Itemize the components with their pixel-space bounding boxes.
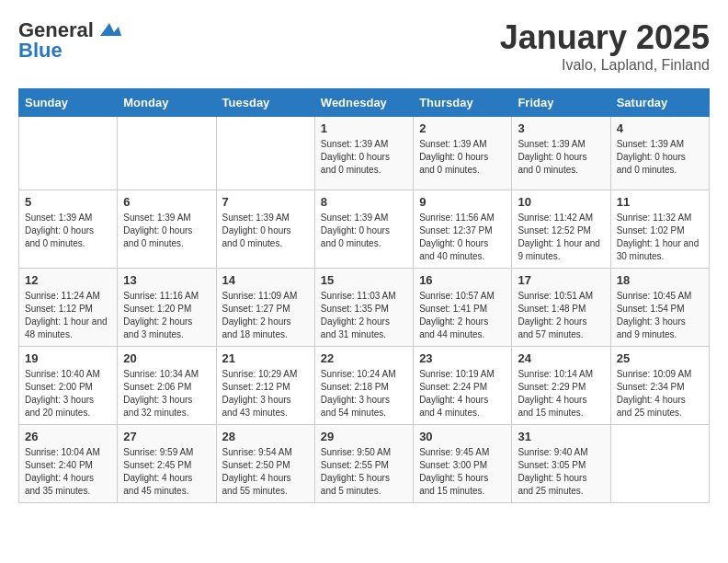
calendar-cell: 21Sunrise: 10:29 AM Sunset: 2:12 PM Dayl…	[216, 347, 314, 425]
calendar-cell	[118, 117, 216, 190]
day-info: Sunrise: 10:14 AM Sunset: 2:29 PM Daylig…	[518, 368, 604, 419]
calendar-cell: 5Sunset: 1:39 AM Daylight: 0 hours and 0…	[19, 190, 118, 269]
day-info: Sunrise: 11:42 AM Sunset: 12:52 PM Dayli…	[518, 212, 604, 263]
calendar-cell: 9Sunrise: 11:56 AM Sunset: 12:37 PM Dayl…	[414, 190, 512, 269]
calendar-week-2: 5Sunset: 1:39 AM Daylight: 0 hours and 0…	[19, 190, 710, 269]
weekday-header-saturday: Saturday	[610, 89, 709, 117]
calendar-cell: 24Sunrise: 10:14 AM Sunset: 2:29 PM Dayl…	[512, 347, 610, 425]
page-header: General Blue January 2025 Ivalo, Lapland…	[18, 18, 710, 74]
day-number: 20	[123, 351, 210, 365]
day-info: Sunrise: 9:45 AM Sunset: 3:00 PM Dayligh…	[419, 446, 506, 498]
day-number: 31	[518, 430, 604, 443]
calendar-table: SundayMondayTuesdayWednesdayThursdayFrid…	[18, 88, 710, 503]
calendar-cell: 10Sunrise: 11:42 AM Sunset: 12:52 PM Day…	[512, 190, 610, 269]
day-number: 18	[617, 273, 703, 287]
calendar-cell: 17Sunrise: 10:51 AM Sunset: 1:48 PM Dayl…	[512, 269, 610, 347]
day-number: 13	[123, 273, 210, 287]
day-info: Sunrise: 10:45 AM Sunset: 1:54 PM Daylig…	[617, 290, 703, 341]
day-info: Sunrise: 11:16 AM Sunset: 1:20 PM Daylig…	[123, 290, 210, 341]
day-info: Sunrise: 11:09 AM Sunset: 1:27 PM Daylig…	[222, 290, 309, 341]
day-info: Sunset: 1:39 AM Daylight: 0 hours and 0 …	[617, 138, 703, 177]
calendar-cell: 19Sunrise: 10:40 AM Sunset: 2:00 PM Dayl…	[19, 347, 118, 425]
day-number: 15	[321, 273, 407, 287]
day-info: Sunrise: 9:50 AM Sunset: 2:55 PM Dayligh…	[321, 446, 407, 498]
calendar-cell: 6Sunset: 1:39 AM Daylight: 0 hours and 0…	[118, 190, 216, 269]
day-number: 4	[617, 121, 703, 135]
day-number: 19	[25, 351, 111, 365]
weekday-header-sunday: Sunday	[19, 89, 118, 117]
calendar-cell: 11Sunrise: 11:32 AM Sunset: 1:02 PM Dayl…	[610, 190, 709, 269]
calendar-cell: 31Sunrise: 9:40 AM Sunset: 3:05 PM Dayli…	[512, 425, 610, 503]
weekday-header-tuesday: Tuesday	[216, 89, 314, 117]
day-info: Sunrise: 10:57 AM Sunset: 1:41 PM Daylig…	[419, 290, 506, 341]
day-number: 26	[25, 430, 111, 443]
day-number: 24	[518, 351, 604, 365]
day-info: Sunset: 1:39 AM Daylight: 0 hours and 0 …	[518, 138, 604, 177]
day-info: Sunrise: 10:19 AM Sunset: 2:24 PM Daylig…	[419, 368, 506, 419]
day-info: Sunrise: 10:29 AM Sunset: 2:12 PM Daylig…	[222, 368, 309, 419]
calendar-cell: 4Sunset: 1:39 AM Daylight: 0 hours and 0…	[610, 117, 709, 190]
calendar-cell: 28Sunrise: 9:54 AM Sunset: 2:50 PM Dayli…	[216, 425, 314, 503]
day-number: 8	[321, 195, 407, 209]
day-info: Sunrise: 10:40 AM Sunset: 2:00 PM Daylig…	[25, 368, 111, 419]
day-info: Sunrise: 9:59 AM Sunset: 2:45 PM Dayligh…	[123, 446, 210, 498]
calendar-cell: 8Sunset: 1:39 AM Daylight: 0 hours and 0…	[314, 190, 413, 269]
day-info: Sunset: 1:39 AM Daylight: 0 hours and 0 …	[25, 212, 111, 250]
calendar-cell: 12Sunrise: 11:24 AM Sunset: 1:12 PM Dayl…	[19, 269, 118, 347]
day-number: 10	[518, 195, 604, 209]
day-number: 30	[419, 430, 506, 443]
calendar-title-block: January 2025 Ivalo, Lapland, Finland	[500, 18, 710, 74]
day-number: 5	[25, 195, 111, 209]
day-number: 27	[123, 430, 210, 443]
calendar-cell	[216, 117, 314, 190]
calendar-cell: 30Sunrise: 9:45 AM Sunset: 3:00 PM Dayli…	[414, 425, 512, 503]
day-info: Sunrise: 11:56 AM Sunset: 12:37 PM Dayli…	[419, 212, 506, 263]
day-info: Sunrise: 10:09 AM Sunset: 2:34 PM Daylig…	[617, 368, 703, 419]
day-number: 7	[222, 195, 309, 209]
logo: General Blue	[18, 18, 123, 63]
calendar-cell: 3Sunset: 1:39 AM Daylight: 0 hours and 0…	[512, 117, 610, 190]
day-info: Sunset: 1:39 AM Daylight: 0 hours and 0 …	[321, 138, 407, 177]
day-number: 17	[518, 273, 604, 287]
calendar-cell: 25Sunrise: 10:09 AM Sunset: 2:34 PM Dayl…	[610, 347, 709, 425]
calendar-cell: 18Sunrise: 10:45 AM Sunset: 1:54 PM Dayl…	[610, 269, 709, 347]
weekday-header-monday: Monday	[118, 89, 216, 117]
weekday-header-wednesday: Wednesday	[314, 89, 413, 117]
calendar-cell	[610, 425, 709, 503]
day-info: Sunset: 1:39 AM Daylight: 0 hours and 0 …	[123, 212, 210, 250]
calendar-cell: 1Sunset: 1:39 AM Daylight: 0 hours and 0…	[314, 117, 413, 190]
day-number: 12	[25, 273, 111, 287]
day-info: Sunrise: 10:24 AM Sunset: 2:18 PM Daylig…	[321, 368, 407, 419]
day-info: Sunrise: 9:54 AM Sunset: 2:50 PM Dayligh…	[222, 446, 309, 498]
day-number: 29	[321, 430, 407, 443]
day-number: 16	[419, 273, 506, 287]
calendar-cell: 22Sunrise: 10:24 AM Sunset: 2:18 PM Dayl…	[314, 347, 413, 425]
weekday-header-friday: Friday	[512, 89, 610, 117]
calendar-week-3: 12Sunrise: 11:24 AM Sunset: 1:12 PM Dayl…	[19, 269, 710, 347]
day-info: Sunset: 1:39 AM Daylight: 0 hours and 0 …	[222, 212, 309, 250]
day-number: 11	[617, 195, 703, 209]
day-number: 1	[321, 121, 407, 135]
calendar-cell: 23Sunrise: 10:19 AM Sunset: 2:24 PM Dayl…	[414, 347, 512, 425]
day-info: Sunset: 1:39 AM Daylight: 0 hours and 0 …	[321, 212, 407, 250]
day-number: 3	[518, 121, 604, 135]
day-number: 2	[419, 121, 506, 135]
calendar-cell: 13Sunrise: 11:16 AM Sunset: 1:20 PM Dayl…	[118, 269, 216, 347]
day-number: 28	[222, 430, 309, 443]
calendar-cell: 14Sunrise: 11:09 AM Sunset: 1:27 PM Dayl…	[216, 269, 314, 347]
calendar-cell: 29Sunrise: 9:50 AM Sunset: 2:55 PM Dayli…	[314, 425, 413, 503]
calendar-body: 1Sunset: 1:39 AM Daylight: 0 hours and 0…	[19, 117, 710, 503]
day-info: Sunrise: 11:24 AM Sunset: 1:12 PM Daylig…	[25, 290, 111, 341]
day-number: 14	[222, 273, 309, 287]
calendar-cell: 20Sunrise: 10:34 AM Sunset: 2:06 PM Dayl…	[118, 347, 216, 425]
calendar-week-1: 1Sunset: 1:39 AM Daylight: 0 hours and 0…	[19, 117, 710, 190]
calendar-cell: 2Sunset: 1:39 AM Daylight: 0 hours and 0…	[414, 117, 512, 190]
day-number: 9	[419, 195, 506, 209]
day-info: Sunrise: 10:34 AM Sunset: 2:06 PM Daylig…	[123, 368, 210, 419]
weekday-header-thursday: Thursday	[414, 89, 512, 117]
calendar-cell: 16Sunrise: 10:57 AM Sunset: 1:41 PM Dayl…	[414, 269, 512, 347]
calendar-cell: 15Sunrise: 11:03 AM Sunset: 1:35 PM Dayl…	[314, 269, 413, 347]
calendar-week-5: 26Sunrise: 10:04 AM Sunset: 2:40 PM Dayl…	[19, 425, 710, 503]
calendar-cell: 27Sunrise: 9:59 AM Sunset: 2:45 PM Dayli…	[118, 425, 216, 503]
day-number: 22	[321, 351, 407, 365]
